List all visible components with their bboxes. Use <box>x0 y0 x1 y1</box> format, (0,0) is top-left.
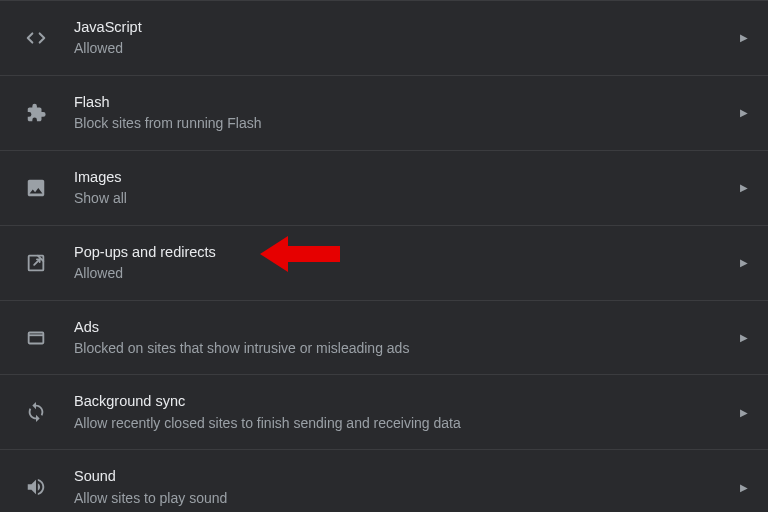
chevron-right-icon: ▶ <box>740 257 748 268</box>
chevron-right-icon: ▶ <box>740 107 748 118</box>
setting-title: Sound <box>74 466 728 486</box>
puzzle-icon <box>24 101 48 125</box>
image-icon <box>24 176 48 200</box>
setting-text: Images Show all <box>74 167 728 209</box>
setting-subtitle: Blocked on sites that show intrusive or … <box>74 339 728 359</box>
window-icon <box>24 326 48 350</box>
setting-row-background-sync[interactable]: Background sync Allow recently closed si… <box>0 375 768 450</box>
setting-text: JavaScript Allowed <box>74 17 728 59</box>
chevron-right-icon: ▶ <box>740 407 748 418</box>
chevron-right-icon: ▶ <box>740 182 748 193</box>
popup-icon <box>24 251 48 275</box>
setting-text: Background sync Allow recently closed si… <box>74 391 728 433</box>
setting-subtitle: Allow recently closed sites to finish se… <box>74 414 728 434</box>
code-icon <box>24 26 48 50</box>
setting-text: Flash Block sites from running Flash <box>74 92 728 134</box>
setting-title: Images <box>74 167 728 187</box>
setting-row-javascript[interactable]: JavaScript Allowed ▶ <box>0 0 768 76</box>
setting-text: Sound Allow sites to play sound <box>74 466 728 508</box>
setting-text: Pop-ups and redirects Allowed <box>74 242 728 284</box>
setting-row-popups[interactable]: Pop-ups and redirects Allowed ▶ <box>0 226 768 301</box>
setting-subtitle: Allowed <box>74 264 728 284</box>
setting-subtitle: Allow sites to play sound <box>74 489 728 509</box>
chevron-right-icon: ▶ <box>740 32 748 43</box>
setting-title: Pop-ups and redirects <box>74 242 728 262</box>
chevron-right-icon: ▶ <box>740 482 748 493</box>
setting-title: Ads <box>74 317 728 337</box>
setting-row-images[interactable]: Images Show all ▶ <box>0 151 768 226</box>
setting-subtitle: Block sites from running Flash <box>74 114 728 134</box>
sound-icon <box>24 475 48 499</box>
setting-title: Flash <box>74 92 728 112</box>
svg-rect-1 <box>29 332 44 343</box>
setting-text: Ads Blocked on sites that show intrusive… <box>74 317 728 359</box>
setting-subtitle: Show all <box>74 189 728 209</box>
setting-row-ads[interactable]: Ads Blocked on sites that show intrusive… <box>0 301 768 376</box>
setting-subtitle: Allowed <box>74 39 728 59</box>
site-settings-list: JavaScript Allowed ▶ Flash Block sites f… <box>0 0 768 512</box>
setting-title: JavaScript <box>74 17 728 37</box>
sync-icon <box>24 400 48 424</box>
chevron-right-icon: ▶ <box>740 332 748 343</box>
setting-title: Background sync <box>74 391 728 411</box>
setting-row-flash[interactable]: Flash Block sites from running Flash ▶ <box>0 76 768 151</box>
setting-row-sound[interactable]: Sound Allow sites to play sound ▶ <box>0 450 768 512</box>
